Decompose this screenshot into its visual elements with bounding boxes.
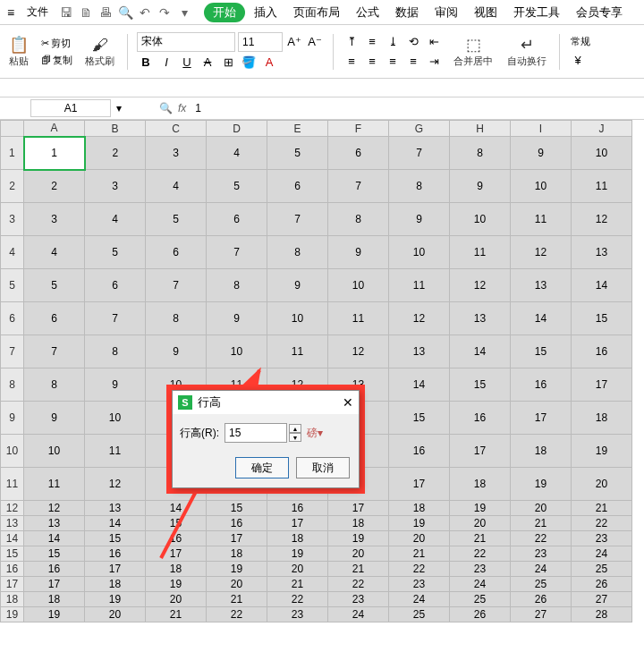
file-menu[interactable]: 文件	[20, 3, 55, 21]
cell[interactable]: 20	[511, 501, 572, 516]
cell[interactable]: 26	[572, 577, 632, 592]
tab-view[interactable]: 视图	[467, 1, 504, 24]
cell[interactable]: 10	[24, 435, 85, 468]
cell[interactable]: 7	[207, 236, 267, 269]
cell[interactable]: 27	[572, 592, 632, 607]
cell[interactable]: 8	[207, 269, 267, 302]
cell[interactable]: 19	[85, 592, 146, 607]
cell[interactable]: 7	[267, 203, 328, 236]
cell[interactable]: 25	[450, 592, 511, 607]
column-header[interactable]: D	[207, 121, 267, 137]
format-painter-button[interactable]: 🖌 格式刷	[81, 34, 118, 70]
cell[interactable]: 21	[146, 607, 207, 622]
cell[interactable]: 11	[389, 269, 450, 302]
cell[interactable]: 10	[328, 269, 389, 302]
cell[interactable]: 12	[511, 236, 572, 269]
tab-page-layout[interactable]: 页面布局	[286, 1, 347, 24]
search-icon[interactable]: 🔍	[159, 102, 173, 114]
save-as-icon[interactable]: 🗎	[77, 4, 95, 21]
cell[interactable]: 19	[146, 577, 207, 592]
cell[interactable]: 17	[24, 577, 85, 592]
unit-select[interactable]: 磅▾	[307, 426, 323, 441]
cut-button[interactable]: ✂剪切	[39, 36, 74, 51]
cell[interactable]: 14	[450, 335, 511, 368]
cell[interactable]: 22	[389, 562, 450, 577]
cell[interactable]: 17	[85, 562, 146, 577]
cell[interactable]: 20	[146, 592, 207, 607]
align-middle-icon[interactable]: ≡	[363, 33, 381, 51]
cell[interactable]: 8	[146, 302, 207, 335]
cell[interactable]: 20	[572, 468, 632, 501]
cell[interactable]: 13	[511, 269, 572, 302]
row-header[interactable]: 3	[1, 203, 24, 236]
bold-button[interactable]: B	[137, 54, 155, 72]
close-icon[interactable]: ✕	[343, 395, 353, 410]
cell[interactable]: 15	[24, 546, 85, 562]
cell[interactable]: 19	[207, 562, 267, 577]
cell[interactable]: 7	[389, 137, 450, 170]
indent-right-icon[interactable]: ⇥	[425, 53, 443, 71]
cell[interactable]: 14	[146, 501, 207, 516]
row-header[interactable]: 5	[1, 269, 24, 302]
font-color-button[interactable]: A	[260, 54, 278, 72]
border-button[interactable]: ⊞	[219, 54, 237, 72]
preview-icon[interactable]: 🔍	[116, 4, 134, 21]
cell[interactable]: 20	[85, 607, 146, 622]
cell[interactable]: 22	[328, 577, 389, 592]
row-header[interactable]: 16	[1, 562, 24, 577]
cell[interactable]: 25	[572, 562, 632, 577]
cell[interactable]: 17	[450, 435, 511, 468]
cell[interactable]: 20	[328, 546, 389, 562]
cell[interactable]: 8	[328, 203, 389, 236]
cell[interactable]: 24	[389, 592, 450, 607]
cell[interactable]: 14	[572, 269, 632, 302]
cell[interactable]: 5	[24, 269, 85, 302]
cell[interactable]: 18	[24, 592, 85, 607]
cell[interactable]: 18	[511, 435, 572, 468]
cell[interactable]: 18	[146, 562, 207, 577]
cell[interactable]: 18	[85, 577, 146, 592]
cell[interactable]: 14	[85, 516, 146, 531]
cell[interactable]: 20	[207, 577, 267, 592]
cell[interactable]: 17	[146, 546, 207, 562]
align-bottom-icon[interactable]: ⤓	[384, 33, 402, 51]
tab-insert[interactable]: 插入	[247, 1, 284, 24]
cell[interactable]: 9	[24, 402, 85, 435]
cell[interactable]: 4	[146, 170, 207, 203]
cell[interactable]: 6	[24, 302, 85, 335]
row-header[interactable]: 4	[1, 236, 24, 269]
auto-wrap-button[interactable]: ↵ 自动换行	[504, 33, 550, 70]
row-header[interactable]: 2	[1, 170, 24, 203]
cell[interactable]: 16	[85, 546, 146, 562]
cell[interactable]: 10	[389, 236, 450, 269]
cell[interactable]: 16	[267, 501, 328, 516]
indent-left-icon[interactable]: ⇤	[425, 33, 443, 51]
cell[interactable]: 6	[328, 137, 389, 170]
redo-icon[interactable]: ↷	[156, 4, 174, 21]
cell[interactable]: 16	[24, 562, 85, 577]
cell[interactable]: 19	[267, 546, 328, 562]
cell[interactable]: 2	[85, 137, 146, 170]
cell[interactable]: 7	[85, 302, 146, 335]
spin-up-icon[interactable]: ▲	[289, 424, 301, 433]
cell[interactable]: 5	[207, 170, 267, 203]
cell[interactable]: 6	[267, 170, 328, 203]
cell[interactable]: 22	[207, 607, 267, 622]
cell[interactable]: 11	[572, 170, 632, 203]
spin-down-icon[interactable]: ▼	[289, 433, 301, 442]
cell[interactable]: 5	[146, 203, 207, 236]
tab-member[interactable]: 会员专享	[569, 1, 630, 24]
cell[interactable]: 25	[511, 577, 572, 592]
row-header[interactable]: 11	[1, 468, 24, 501]
cell[interactable]: 27	[511, 607, 572, 622]
cell[interactable]: 8	[389, 170, 450, 203]
cell[interactable]: 7	[328, 170, 389, 203]
cell[interactable]: 23	[511, 546, 572, 562]
cell[interactable]: 11	[511, 203, 572, 236]
font-name-select[interactable]	[137, 32, 235, 52]
cell[interactable]: 20	[450, 516, 511, 531]
cell[interactable]: 22	[267, 592, 328, 607]
cell[interactable]: 8	[85, 335, 146, 368]
cell[interactable]: 2	[24, 170, 85, 203]
print-icon[interactable]: 🖶	[97, 4, 114, 21]
